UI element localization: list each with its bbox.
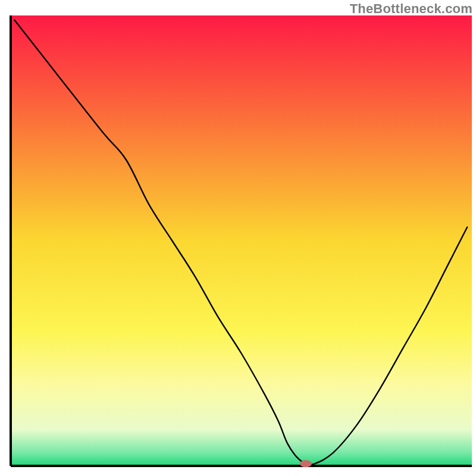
gradient-background (11, 15, 472, 466)
sweet-spot-marker (300, 460, 312, 467)
bottleneck-chart (0, 0, 476, 476)
chart-container: TheBottleneck.com (0, 0, 476, 476)
